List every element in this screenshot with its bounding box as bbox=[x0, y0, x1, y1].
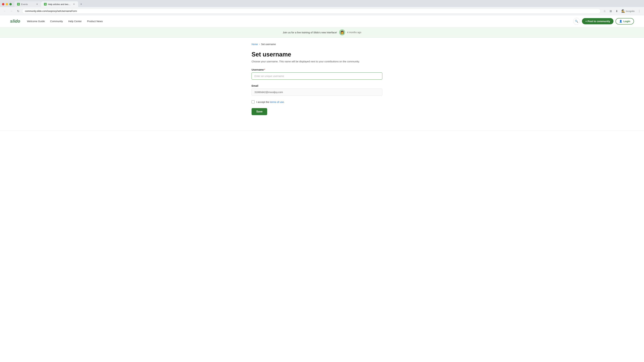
banner-time: 4 months ago bbox=[347, 31, 362, 34]
page-header: slido Welcome Guide Community Help Cente… bbox=[0, 15, 644, 27]
email-label: Email bbox=[252, 84, 392, 87]
nav-community[interactable]: Community bbox=[50, 20, 63, 23]
post-to-community-button[interactable]: + Post to community bbox=[582, 18, 614, 24]
browser-chrome: S Events ✕ S Help articles and best prac… bbox=[0, 0, 644, 15]
window-close-button[interactable] bbox=[2, 3, 4, 5]
header-actions: 🔍 + Post to community 👤 Login bbox=[573, 18, 634, 25]
tab-events[interactable]: S Events ✕ bbox=[14, 1, 41, 7]
new-tab-button[interactable]: + bbox=[79, 2, 84, 6]
banner-avatar: 👩 bbox=[339, 29, 345, 35]
browser-title-bar: S Events ✕ S Help articles and best prac… bbox=[0, 0, 644, 7]
logo-area: slido Welcome Guide Community Help Cente… bbox=[10, 18, 103, 24]
search-button[interactable]: 🔍 bbox=[573, 18, 580, 25]
save-button[interactable]: Save bbox=[252, 108, 267, 115]
window-controls bbox=[2, 3, 12, 5]
form-description: Choose your username. This name will be … bbox=[252, 60, 392, 63]
browser-toolbar: ← → ↻ community.slido.com/ssoproxy/setUs… bbox=[0, 7, 644, 15]
terms-label[interactable]: I accept the terms of use. bbox=[256, 100, 284, 103]
bookmark-icon[interactable]: ☆ bbox=[602, 8, 607, 14]
terms-checkbox[interactable] bbox=[252, 100, 254, 103]
form-title: Set username bbox=[252, 51, 392, 58]
announcement-banner[interactable]: Join us for a live training of Slido's n… bbox=[0, 27, 644, 37]
tab-help-close[interactable]: ✕ bbox=[72, 3, 76, 6]
nav-product-news[interactable]: Product News bbox=[87, 20, 103, 23]
tab-help-label: Help articles and best practices bbox=[48, 3, 71, 5]
banner-text: Join us for a live training of Slido's n… bbox=[283, 31, 337, 34]
menu-icon[interactable]: ⋮ bbox=[636, 8, 642, 14]
login-icon: 👤 bbox=[619, 20, 622, 23]
breadcrumb-home[interactable]: Home bbox=[252, 43, 258, 45]
login-button[interactable]: 👤 Login bbox=[616, 18, 634, 24]
window-minimize-button[interactable] bbox=[6, 3, 8, 5]
nav-help-center[interactable]: Help Center bbox=[68, 20, 82, 23]
email-value: 31860d42@moodjoy.com bbox=[252, 88, 382, 96]
tab-help[interactable]: S Help articles and best practices ✕ bbox=[41, 1, 78, 7]
tab-events-close[interactable]: ✕ bbox=[36, 3, 38, 6]
breadcrumb: Home › Set username bbox=[252, 43, 392, 45]
tabs-row: S Events ✕ S Help articles and best prac… bbox=[14, 1, 84, 7]
breadcrumb-separator: › bbox=[259, 43, 260, 45]
terms-checkbox-row: I accept the terms of use. bbox=[252, 100, 392, 103]
nav-welcome-guide[interactable]: Welcome Guide bbox=[27, 20, 45, 23]
main-nav: Welcome Guide Community Help Center Prod… bbox=[27, 20, 103, 23]
tab-events-label: Events bbox=[21, 3, 34, 5]
terms-link[interactable]: terms of use bbox=[270, 100, 284, 103]
username-form-group: Username* bbox=[252, 68, 392, 80]
main-content: Home › Set username Set username Choose … bbox=[242, 37, 402, 120]
login-label: Login bbox=[623, 20, 630, 23]
tab-events-favicon: S bbox=[17, 3, 20, 5]
required-star: * bbox=[264, 68, 265, 71]
email-form-group: Email 31860d42@moodjoy.com bbox=[252, 84, 392, 96]
extensions-icon[interactable]: ⊞ bbox=[608, 8, 613, 14]
address-bar[interactable]: community.slido.com/ssoproxy/setUsername… bbox=[22, 8, 600, 13]
toolbar-icons: ☆ ⊞ ⬇ 🕵 Incognito ⋮ bbox=[602, 8, 642, 14]
slido-logo[interactable]: slido bbox=[10, 18, 20, 24]
incognito-badge: 🕵 Incognito bbox=[620, 8, 636, 13]
back-button[interactable]: ← bbox=[2, 8, 8, 14]
download-icon[interactable]: ⬇ bbox=[614, 8, 619, 14]
tab-help-favicon: S bbox=[44, 3, 46, 5]
forward-button[interactable]: → bbox=[9, 8, 14, 14]
window-maximize-button[interactable] bbox=[10, 3, 12, 5]
reload-button[interactable]: ↻ bbox=[16, 8, 21, 14]
username-input[interactable] bbox=[252, 72, 382, 80]
username-label: Username* bbox=[252, 68, 392, 71]
breadcrumb-current: Set username bbox=[261, 43, 276, 45]
address-text: community.slido.com/ssoproxy/setUsername… bbox=[25, 10, 598, 12]
